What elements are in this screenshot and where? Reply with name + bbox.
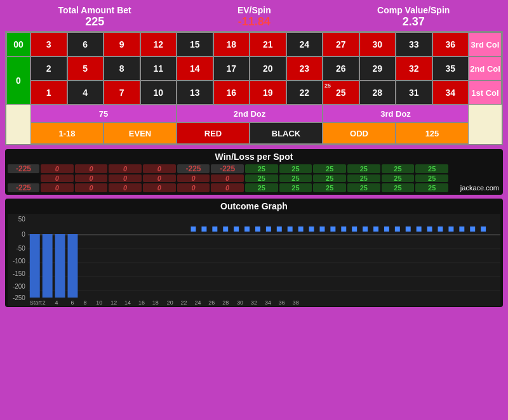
num-27[interactable]: 27	[323, 32, 359, 56]
num-13[interactable]: 13	[177, 81, 213, 105]
num-6[interactable]: 6	[67, 32, 104, 56]
num-23[interactable]: 23	[286, 56, 323, 81]
num-18[interactable]: 18	[213, 32, 250, 56]
svg-rect-43	[459, 226, 464, 232]
svg-rect-33	[352, 226, 357, 232]
wl-r1-c8: 25	[279, 164, 312, 173]
num-29[interactable]: 29	[359, 56, 396, 81]
num-19[interactable]: 19	[250, 81, 286, 105]
graph-title: Outcome Graph	[8, 201, 500, 211]
num-3[interactable]: 3	[30, 32, 67, 56]
num-24[interactable]: 24	[286, 32, 323, 56]
svg-rect-19	[201, 226, 206, 232]
num-10[interactable]: 10	[140, 81, 177, 105]
wl-r3-c7: 25	[245, 183, 278, 192]
svg-rect-41	[438, 226, 443, 232]
num-31[interactable]: 31	[396, 81, 432, 105]
num-8[interactable]: 8	[104, 56, 140, 81]
double-zero[interactable]: 00	[6, 32, 30, 56]
2nd-dozen[interactable]: 2nd Doz	[177, 105, 323, 122]
svg-text:14: 14	[124, 299, 131, 306]
svg-rect-22	[234, 226, 239, 232]
bet-1-18[interactable]: 1-18	[30, 122, 104, 144]
wl-r1-c7: 25	[245, 164, 278, 173]
num-9[interactable]: 9	[104, 32, 140, 56]
1st-dozen[interactable]: 75	[30, 105, 177, 122]
svg-text:24: 24	[194, 299, 201, 306]
svg-rect-0	[8, 214, 500, 306]
col-label-3rd[interactable]: 3rd Col	[469, 32, 502, 56]
svg-rect-30	[319, 226, 324, 232]
num-32[interactable]: 32	[396, 56, 432, 81]
num-30[interactable]: 30	[359, 32, 396, 56]
num-25[interactable]: 25 25	[323, 81, 359, 105]
num-22[interactable]: 22	[286, 81, 323, 105]
single-zero[interactable]: 0	[6, 56, 30, 105]
stats-row: Total Amount Bet 225 EV/Spin -11.84 Comp…	[5, 5, 503, 29]
wl-row1-label: -225	[8, 164, 39, 173]
num-16[interactable]: 16	[213, 81, 250, 105]
wl-r2-c3: 0	[109, 174, 142, 182]
wl-r2-c1: 0	[41, 174, 74, 182]
num-5[interactable]: 5	[67, 56, 104, 81]
svg-text:50: 50	[18, 216, 26, 223]
svg-rect-35	[373, 226, 378, 232]
wl-row3-label: -225	[8, 183, 39, 192]
bet-red[interactable]: RED	[177, 122, 250, 144]
num-35[interactable]: 35	[432, 56, 469, 81]
num-20[interactable]: 20	[250, 56, 286, 81]
wl-section: Win/Loss per Spot -225 0 0 0 0 -225 -225…	[5, 149, 503, 195]
svg-rect-38	[406, 226, 411, 232]
wl-r3-c9: 25	[313, 183, 346, 192]
num-2[interactable]: 2	[30, 56, 67, 81]
wl-row-3: -225 0 0 0 0 0 0 25 25 25 25 25 25 jacka…	[8, 183, 500, 192]
bet-odd[interactable]: ODD	[323, 122, 396, 144]
svg-rect-16	[55, 234, 65, 298]
num-14[interactable]: 14	[177, 56, 213, 81]
svg-rect-45	[481, 226, 486, 232]
svg-rect-14	[30, 234, 40, 298]
comp-label: Comp Value/Spin	[377, 5, 450, 15]
bet-19-36[interactable]: 125	[396, 122, 469, 144]
num-12[interactable]: 12	[140, 32, 177, 56]
svg-text:-100: -100	[13, 258, 25, 265]
svg-text:10: 10	[96, 299, 102, 306]
svg-rect-37	[395, 226, 400, 232]
3rd-dozen[interactable]: 3rd Doz	[323, 105, 469, 122]
num-11[interactable]: 11	[140, 56, 177, 81]
ev-value: -11.84	[238, 15, 271, 29]
wl-row3-right: jackace.com	[450, 183, 500, 192]
num-26[interactable]: 26	[323, 56, 359, 81]
bet-black[interactable]: BLACK	[250, 122, 323, 144]
num-15[interactable]: 15	[177, 32, 213, 56]
svg-text:4: 4	[55, 299, 58, 306]
num-7[interactable]: 7	[104, 81, 140, 105]
num-4[interactable]: 4	[67, 81, 104, 105]
svg-text:12: 12	[110, 299, 117, 306]
comp-block: Comp Value/Spin 2.37	[377, 5, 450, 29]
wl-r3-c8: 25	[279, 183, 312, 192]
num-21[interactable]: 21	[250, 32, 286, 56]
num-28[interactable]: 28	[359, 81, 396, 105]
num-1[interactable]: 1	[30, 81, 67, 105]
svg-rect-23	[244, 226, 250, 232]
col-label-2nd[interactable]: 2nd Col	[469, 56, 502, 81]
wl-r1-c6: -225	[211, 164, 244, 173]
num-17[interactable]: 17	[213, 56, 250, 81]
wl-r2-c5: 0	[177, 174, 210, 182]
col-label-1st[interactable]: 1st Col	[469, 81, 502, 105]
total-bet-value: 225	[85, 15, 104, 29]
graph-section: Outcome Graph 50 0 -50 -100 -150 -200 -2…	[5, 199, 503, 307]
wl-r2-c10: 25	[347, 174, 380, 182]
num-33[interactable]: 33	[396, 32, 432, 56]
svg-rect-21	[223, 226, 228, 232]
wl-r2-c2: 0	[75, 174, 108, 182]
svg-rect-40	[427, 226, 432, 232]
graph-area: 50 0 -50 -100 -150 -200 -250	[8, 214, 500, 306]
num-36[interactable]: 36	[432, 32, 469, 56]
bet-even[interactable]: EVEN	[104, 122, 177, 144]
wl-row-2: 0 0 0 0 0 0 25 25 25 25 25 25	[8, 174, 500, 182]
svg-rect-32	[341, 226, 346, 232]
svg-rect-18	[191, 226, 196, 232]
num-34[interactable]: 34	[432, 81, 469, 105]
